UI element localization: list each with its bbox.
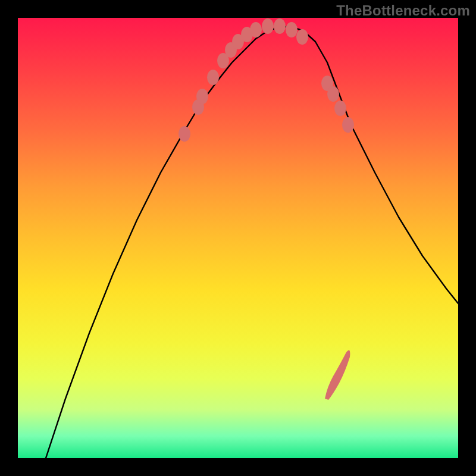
marker-blob-right bbox=[325, 350, 350, 400]
marker-point bbox=[262, 18, 274, 34]
marker-point bbox=[334, 101, 346, 116]
marker-point bbox=[178, 126, 190, 142]
watermark-text: TheBottleneck.com bbox=[336, 2, 470, 19]
gradient-plot-area bbox=[18, 18, 458, 458]
marker-point bbox=[342, 117, 354, 133]
marker-point bbox=[207, 70, 219, 85]
marker-layer bbox=[18, 18, 458, 458]
marker-point bbox=[327, 86, 339, 102]
marker-point bbox=[286, 22, 298, 37]
marker-point bbox=[250, 22, 262, 37]
outer-frame: TheBottleneck.com bbox=[0, 0, 476, 476]
marker-point bbox=[296, 29, 308, 45]
marker-point bbox=[196, 89, 208, 104]
marker-point bbox=[274, 18, 286, 34]
